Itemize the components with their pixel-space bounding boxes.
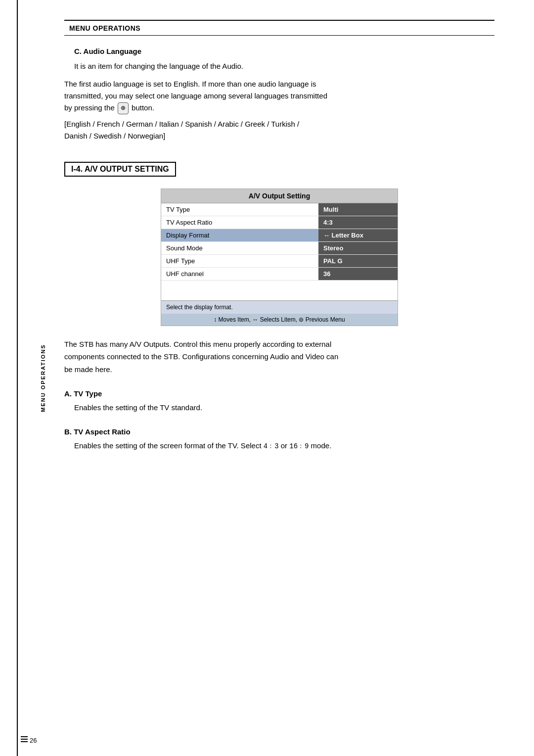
menu-hint2-text: ↕ Moves Item, ↔ Selects Litem, ⊜ Previou…	[214, 316, 345, 323]
menu-row-uhf-channel: UHF channel 36	[161, 268, 398, 281]
main-desc: The STB has many A/V Outputs. Control th…	[64, 338, 494, 376]
menu-row-display-right: ↔ Letter Box	[318, 229, 398, 242]
subsection-b-label: B. TV Aspect Ratio	[64, 427, 494, 436]
menu-row-uhf-ch-right: 36	[318, 268, 398, 281]
menu-hint2: ↕ Moves Item, ↔ Selects Litem, ⊜ Previou…	[161, 314, 398, 326]
decorative-lines	[21, 736, 28, 742]
menu-row-sound-right: Stereo	[318, 242, 398, 255]
audio-desc-para: The first audio language is set to Engli…	[64, 78, 494, 114]
subsection-a-text: Enables the setting of the TV standard.	[74, 402, 494, 414]
subsection-a: A. TV Type Enables the setting of the TV…	[64, 389, 494, 414]
audio-language-label: C. Audio Language	[74, 46, 494, 57]
main-desc-line1: The STB has many A/V Outputs. Control th…	[64, 340, 331, 348]
audio-button-icon: ⊕	[118, 102, 129, 114]
section-title-box: I-4. A/V OUTPUT SETTING	[64, 162, 176, 177]
main-desc-line2: components connected to the STB. Configu…	[64, 352, 338, 361]
audio-desc5: button.	[132, 103, 154, 112]
page-number: 26	[30, 737, 37, 744]
menu-row-aspect-right: 4:3	[318, 216, 398, 229]
audio-desc3: transmitted, you may select one language…	[64, 92, 327, 100]
menu-title: A/V Output Setting	[161, 189, 398, 203]
sidebar: MENU OPERATIONS	[0, 0, 18, 756]
menu-row-uhf-type-left: UHF Type	[161, 255, 318, 268]
menu-row-tv-type-left: TV Type	[161, 203, 318, 216]
languages-block: [English / French / German / Italian / S…	[64, 118, 494, 142]
audio-desc2: The first audio language is set to Engli…	[64, 80, 316, 88]
menu-row-aspect-left: TV Aspect Ratio	[161, 216, 318, 229]
menu-spacer	[161, 281, 398, 300]
menu-row-display-format: Display Format ↔ Letter Box	[161, 229, 398, 242]
menu-hint1-text: Select the display format.	[166, 304, 233, 311]
languages-line2: Danish / Swedish / Norwegian]	[64, 132, 165, 140]
audio-desc1: It is an item for changing the language …	[74, 60, 494, 72]
main-desc-line3: be made here.	[64, 365, 112, 374]
languages-line1: [English / French / German / Italian / S…	[64, 120, 299, 128]
menu-row-uhf-ch-left: UHF channel	[161, 268, 318, 281]
menu-screenshot: A/V Output Setting TV Type Multi TV Aspe…	[161, 189, 398, 326]
menu-row-uhf-type-right: PAL G	[318, 255, 398, 268]
menu-row-display-left: Display Format	[161, 229, 318, 242]
menu-hint1: Select the display format.	[161, 300, 398, 314]
section-header: MENU OPERATIONS	[64, 20, 494, 36]
subsection-b-text: Enables the setting of the screen format…	[74, 440, 494, 452]
menu-row-sound-mode: Sound Mode Stereo	[161, 242, 398, 255]
section-title: I-4. A/V OUTPUT SETTING	[71, 165, 169, 173]
subsection-b: B. TV Aspect Ratio Enables the setting o…	[64, 427, 494, 452]
menu-row-aspect-ratio: TV Aspect Ratio 4:3	[161, 216, 398, 229]
menu-row-tv-type-right: Multi	[318, 203, 398, 216]
audio-desc4: by pressing the	[64, 103, 115, 112]
subsection-a-label: A. TV Type	[64, 389, 494, 398]
audio-language-block: C. Audio Language It is an item for chan…	[74, 46, 494, 72]
section-header-text: MENU OPERATIONS	[69, 24, 140, 32]
menu-row-tv-type: TV Type Multi	[161, 203, 398, 216]
menu-row-uhf-type: UHF Type PAL G	[161, 255, 398, 268]
sidebar-label: MENU OPERATIONS	[40, 344, 46, 412]
menu-row-sound-left: Sound Mode	[161, 242, 318, 255]
